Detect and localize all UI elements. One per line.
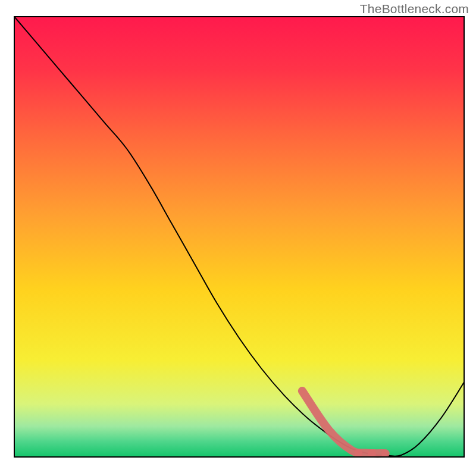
highlight-dot [368,449,376,458]
highlight-dot [381,449,390,458]
highlight-dot [354,449,362,457]
gradient-background [14,17,464,457]
chart-stage: TheBottleneck.com [0,0,476,476]
bottleneck-chart [0,0,476,476]
watermark-text: TheBottleneck.com [360,2,469,16]
